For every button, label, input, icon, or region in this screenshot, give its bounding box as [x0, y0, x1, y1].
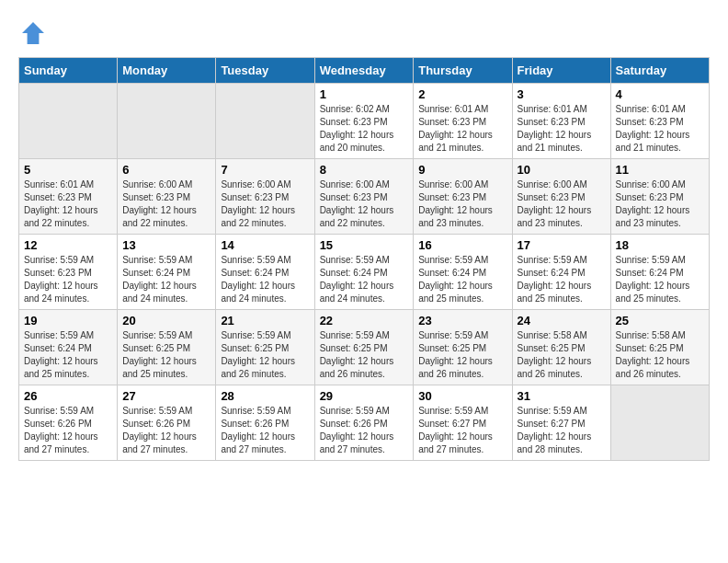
day-info: Sunrise: 5:59 AM Sunset: 6:24 PM Dayligh…: [320, 254, 409, 305]
calendar-cell: 28Sunrise: 5:59 AM Sunset: 6:26 PM Dayli…: [216, 385, 314, 461]
calendar-cell: 31Sunrise: 5:59 AM Sunset: 6:27 PM Dayli…: [512, 385, 610, 461]
weekday-header-monday: Monday: [118, 58, 216, 84]
calendar-cell: 27Sunrise: 5:59 AM Sunset: 6:26 PM Dayli…: [118, 385, 216, 461]
calendar-cell: 13Sunrise: 5:59 AM Sunset: 6:24 PM Dayli…: [118, 235, 216, 310]
day-number: 1: [320, 87, 409, 101]
day-info: Sunrise: 5:59 AM Sunset: 6:27 PM Dayligh…: [418, 405, 506, 456]
svg-marker-0: [22, 22, 44, 44]
calendar-cell: 14Sunrise: 5:59 AM Sunset: 6:24 PM Dayli…: [216, 235, 314, 310]
day-number: 30: [418, 389, 506, 403]
day-number: 18: [616, 238, 704, 252]
weekday-header-saturday: Saturday: [610, 58, 709, 84]
day-number: 6: [122, 163, 210, 177]
calendar-cell: 7Sunrise: 6:00 AM Sunset: 6:23 PM Daylig…: [216, 159, 314, 235]
calendar-cell: 22Sunrise: 5:59 AM Sunset: 6:25 PM Dayli…: [314, 310, 414, 385]
calendar-cell: 8Sunrise: 6:00 AM Sunset: 6:23 PM Daylig…: [314, 159, 414, 235]
day-number: 28: [221, 389, 309, 403]
day-info: Sunrise: 5:59 AM Sunset: 6:26 PM Dayligh…: [221, 405, 309, 456]
weekday-header-wednesday: Wednesday: [314, 58, 414, 84]
day-info: Sunrise: 5:59 AM Sunset: 6:26 PM Dayligh…: [24, 405, 112, 456]
day-info: Sunrise: 6:00 AM Sunset: 6:23 PM Dayligh…: [221, 178, 309, 230]
calendar-cell: 1Sunrise: 6:02 AM Sunset: 6:23 PM Daylig…: [314, 84, 414, 159]
day-info: Sunrise: 5:59 AM Sunset: 6:24 PM Dayligh…: [221, 254, 309, 305]
calendar-cell: 3Sunrise: 6:01 AM Sunset: 6:23 PM Daylig…: [512, 84, 610, 159]
calendar-cell: 29Sunrise: 5:59 AM Sunset: 6:26 PM Dayli…: [314, 385, 414, 461]
day-info: Sunrise: 6:01 AM Sunset: 6:23 PM Dayligh…: [24, 178, 112, 230]
day-number: 3: [518, 87, 606, 101]
day-info: Sunrise: 5:59 AM Sunset: 6:26 PM Dayligh…: [122, 405, 210, 456]
calendar-cell: 19Sunrise: 5:59 AM Sunset: 6:24 PM Dayli…: [19, 310, 118, 385]
day-number: 31: [518, 389, 606, 403]
calendar-cell: 12Sunrise: 5:59 AM Sunset: 6:23 PM Dayli…: [19, 235, 118, 310]
weekday-header-tuesday: Tuesday: [216, 58, 314, 84]
calendar-cell: 24Sunrise: 5:58 AM Sunset: 6:25 PM Dayli…: [512, 310, 610, 385]
day-info: Sunrise: 5:59 AM Sunset: 6:25 PM Dayligh…: [122, 329, 210, 381]
day-info: Sunrise: 5:59 AM Sunset: 6:24 PM Dayligh…: [418, 254, 506, 305]
day-number: 17: [518, 238, 606, 252]
calendar-table: SundayMondayTuesdayWednesdayThursdayFrid…: [18, 57, 710, 461]
calendar-cell: 10Sunrise: 6:00 AM Sunset: 6:23 PM Dayli…: [512, 159, 610, 235]
day-info: Sunrise: 5:59 AM Sunset: 6:24 PM Dayligh…: [24, 329, 112, 381]
calendar-cell: 26Sunrise: 5:59 AM Sunset: 6:26 PM Dayli…: [19, 385, 118, 461]
day-number: 29: [320, 389, 409, 403]
day-info: Sunrise: 6:01 AM Sunset: 6:23 PM Dayligh…: [616, 103, 704, 155]
day-number: 5: [24, 163, 112, 177]
day-info: Sunrise: 6:00 AM Sunset: 6:23 PM Dayligh…: [418, 178, 506, 230]
day-number: 14: [221, 238, 309, 252]
day-info: Sunrise: 6:01 AM Sunset: 6:23 PM Dayligh…: [418, 103, 506, 155]
calendar-cell: 18Sunrise: 5:59 AM Sunset: 6:24 PM Dayli…: [610, 235, 709, 310]
day-number: 19: [24, 314, 112, 327]
calendar-cell: [216, 84, 314, 159]
day-info: Sunrise: 5:59 AM Sunset: 6:25 PM Dayligh…: [320, 329, 409, 381]
calendar-cell: [610, 385, 709, 461]
day-info: Sunrise: 6:00 AM Sunset: 6:23 PM Dayligh…: [616, 178, 704, 230]
day-number: 16: [418, 238, 506, 252]
day-number: 12: [24, 238, 112, 252]
day-number: 13: [122, 238, 210, 252]
calendar-cell: 2Sunrise: 6:01 AM Sunset: 6:23 PM Daylig…: [414, 84, 512, 159]
calendar-cell: 20Sunrise: 5:59 AM Sunset: 6:25 PM Dayli…: [118, 310, 216, 385]
calendar-cell: 21Sunrise: 5:59 AM Sunset: 6:25 PM Dayli…: [216, 310, 314, 385]
day-info: Sunrise: 5:59 AM Sunset: 6:27 PM Dayligh…: [518, 405, 606, 456]
logo-icon: [18, 18, 48, 48]
day-info: Sunrise: 5:59 AM Sunset: 6:23 PM Dayligh…: [24, 254, 112, 305]
day-number: 8: [320, 163, 409, 177]
page-header: [18, 18, 710, 48]
weekday-header-friday: Friday: [512, 58, 610, 84]
day-info: Sunrise: 6:01 AM Sunset: 6:23 PM Dayligh…: [518, 103, 606, 155]
day-number: 25: [616, 314, 704, 327]
calendar-cell: 6Sunrise: 6:00 AM Sunset: 6:23 PM Daylig…: [118, 159, 216, 235]
calendar-cell: 30Sunrise: 5:59 AM Sunset: 6:27 PM Dayli…: [414, 385, 512, 461]
calendar-cell: 15Sunrise: 5:59 AM Sunset: 6:24 PM Dayli…: [314, 235, 414, 310]
day-number: 26: [24, 389, 112, 403]
day-info: Sunrise: 5:59 AM Sunset: 6:25 PM Dayligh…: [221, 329, 309, 381]
day-info: Sunrise: 5:59 AM Sunset: 6:24 PM Dayligh…: [122, 254, 210, 305]
header-row: SundayMondayTuesdayWednesdayThursdayFrid…: [19, 58, 710, 84]
logo: [18, 18, 51, 48]
day-number: 15: [320, 238, 409, 252]
calendar-week-5: 26Sunrise: 5:59 AM Sunset: 6:26 PM Dayli…: [19, 385, 710, 461]
calendar-cell: 5Sunrise: 6:01 AM Sunset: 6:23 PM Daylig…: [19, 159, 118, 235]
calendar-week-4: 19Sunrise: 5:59 AM Sunset: 6:24 PM Dayli…: [19, 310, 710, 385]
calendar-cell: 23Sunrise: 5:59 AM Sunset: 6:25 PM Dayli…: [414, 310, 512, 385]
calendar-cell: 17Sunrise: 5:59 AM Sunset: 6:24 PM Dayli…: [512, 235, 610, 310]
calendar-week-2: 5Sunrise: 6:01 AM Sunset: 6:23 PM Daylig…: [19, 159, 710, 235]
day-info: Sunrise: 5:59 AM Sunset: 6:24 PM Dayligh…: [518, 254, 606, 305]
day-info: Sunrise: 5:58 AM Sunset: 6:25 PM Dayligh…: [518, 329, 606, 381]
day-info: Sunrise: 6:02 AM Sunset: 6:23 PM Dayligh…: [320, 103, 409, 155]
day-number: 2: [418, 87, 506, 101]
day-number: 20: [122, 314, 210, 327]
day-info: Sunrise: 6:00 AM Sunset: 6:23 PM Dayligh…: [320, 178, 409, 230]
weekday-header-sunday: Sunday: [19, 58, 118, 84]
calendar-cell: [19, 84, 118, 159]
day-number: 27: [122, 389, 210, 403]
calendar-cell: 25Sunrise: 5:58 AM Sunset: 6:25 PM Dayli…: [610, 310, 709, 385]
weekday-header-thursday: Thursday: [414, 58, 512, 84]
day-number: 9: [418, 163, 506, 177]
day-info: Sunrise: 5:58 AM Sunset: 6:25 PM Dayligh…: [616, 329, 704, 381]
day-number: 22: [320, 314, 409, 327]
day-number: 24: [518, 314, 606, 327]
calendar-cell: 9Sunrise: 6:00 AM Sunset: 6:23 PM Daylig…: [414, 159, 512, 235]
day-number: 4: [616, 87, 704, 101]
day-info: Sunrise: 6:00 AM Sunset: 6:23 PM Dayligh…: [122, 178, 210, 230]
